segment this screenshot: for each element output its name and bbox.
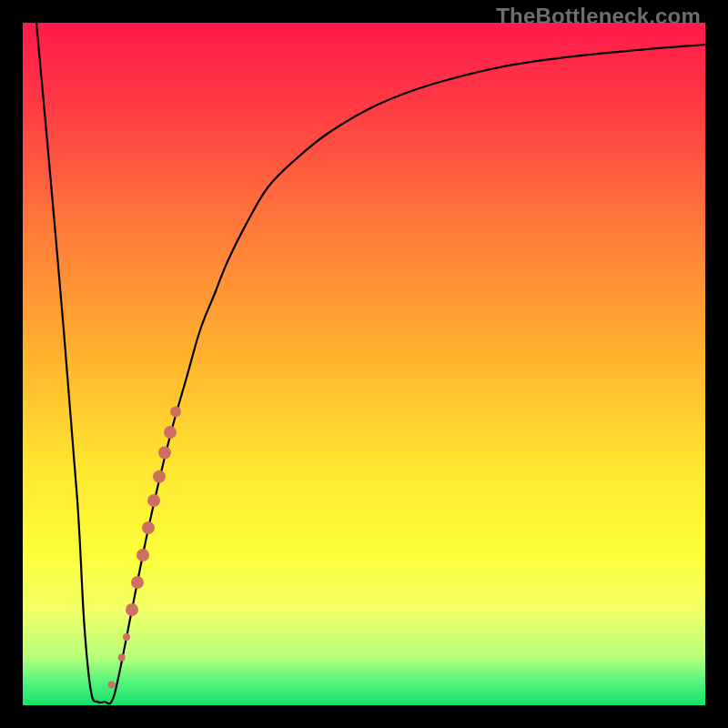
data-marker — [153, 470, 166, 483]
data-marker — [131, 576, 144, 589]
data-marker — [126, 603, 138, 616]
watermark-text: TheBottleneck.com — [496, 4, 701, 29]
data-marker — [147, 494, 160, 507]
frame: TheBottleneck.com — [0, 0, 728, 728]
gradient-bg — [23, 23, 705, 705]
data-marker — [123, 633, 130, 641]
data-marker — [108, 682, 116, 689]
data-marker — [142, 521, 155, 534]
plot-area — [23, 23, 705, 705]
data-marker — [136, 549, 149, 561]
chart-svg — [23, 23, 705, 705]
data-marker — [118, 654, 126, 662]
data-marker — [170, 407, 181, 418]
data-marker — [158, 447, 171, 460]
data-marker — [164, 426, 177, 439]
